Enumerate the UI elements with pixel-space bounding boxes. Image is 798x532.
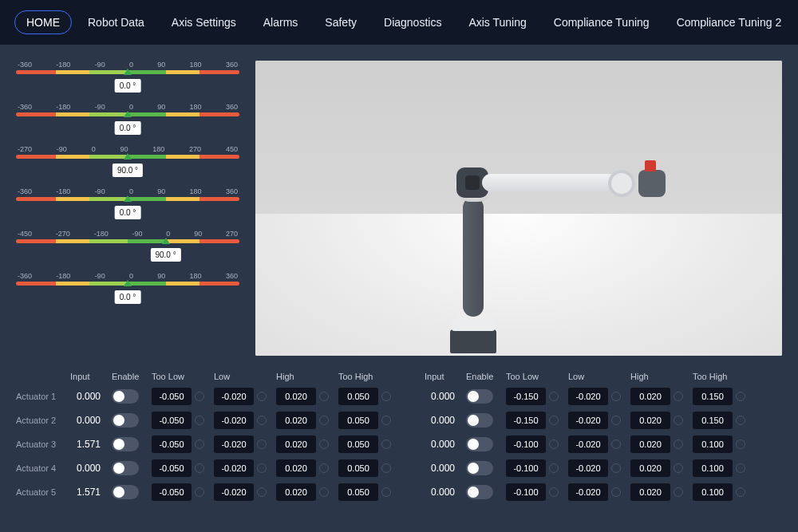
actuator-row-4-left: Actuator 40.000-0.050-0.0200.0200.050	[16, 459, 393, 477]
actuator-row-3-right: 0.000-0.100-0.0200.0200.100	[425, 435, 782, 453]
axis-slider-1-tick: 180	[190, 61, 202, 69]
nav-tab-home[interactable]: HOME	[14, 10, 72, 34]
actuator-1-b-low-input[interactable]: -0.020	[568, 388, 608, 405]
actuator-5-b-low-input[interactable]: -0.020	[568, 483, 608, 501]
axis-slider-4-value[interactable]: 0.0 °	[115, 206, 141, 219]
actuator-3-b-toohigh-input[interactable]: 0.100	[693, 435, 733, 453]
actuator-1-a-high-input[interactable]: 0.020	[276, 388, 316, 405]
actuator-3-a-toolow-cell: -0.050	[152, 435, 206, 453]
table-header-enable: Enable	[466, 372, 498, 381]
actuator-5-b-toohigh-input[interactable]: 0.100	[693, 483, 733, 501]
actuator-5-a-high-input[interactable]: 0.020	[276, 483, 316, 501]
actuator-3-a-low-input[interactable]: -0.020	[214, 435, 254, 453]
axis-slider-4-handle[interactable]	[124, 195, 132, 202]
actuator-3-b-high-input[interactable]: 0.020	[630, 435, 670, 453]
actuator-4-a-toohigh-input[interactable]: 0.050	[338, 459, 378, 477]
actuator-4-enable-a[interactable]	[112, 461, 139, 475]
actuator-1-a-low-input[interactable]: -0.020	[214, 388, 254, 405]
nav-tab-alarms[interactable]: Alarms	[252, 11, 310, 33]
actuator-1-enable-a[interactable]	[112, 389, 139, 404]
axis-slider-6-value[interactable]: 0.0 °	[115, 290, 141, 304]
actuator-table-right: InputEnableToo LowLowHighToo High0.000-0…	[425, 372, 782, 507]
actuator-4-a-toolow-indicator	[195, 463, 204, 473]
actuator-3-b-low-input[interactable]: -0.020	[568, 435, 608, 453]
axis-slider-6-handle[interactable]	[124, 280, 132, 286]
actuator-5-b-high-input[interactable]: 0.020	[630, 483, 670, 501]
axis-slider-1-value[interactable]: 0.0 °	[115, 79, 141, 93]
axis-slider-1-handle[interactable]	[124, 69, 132, 75]
axis-slider-5-tick: -180	[94, 230, 109, 238]
actuator-4-a-toolow-input[interactable]: -0.050	[152, 459, 192, 477]
actuator-5-a-toohigh-input[interactable]: 0.050	[338, 483, 378, 501]
axis-slider-5-handle[interactable]	[162, 238, 170, 244]
actuator-1-a-toolow-input[interactable]: -0.050	[152, 388, 192, 405]
actuator-1-b-toolow-cell: -0.150	[506, 388, 560, 405]
actuator-2-b-high-input[interactable]: 0.020	[630, 412, 670, 429]
actuator-2-b-low-input[interactable]: -0.020	[568, 412, 608, 429]
actuator-2-a-low-input[interactable]: -0.020	[214, 412, 254, 429]
actuator-1-a-toolow-cell: -0.050	[152, 388, 206, 405]
actuator-1-b-high-cell: 0.020	[630, 388, 685, 405]
actuator-4-b-toohigh-input[interactable]: 0.100	[693, 459, 733, 477]
actuator-1-a-toohigh-input[interactable]: 0.050	[338, 388, 378, 405]
actuator-2-a-toolow-input[interactable]: -0.050	[152, 412, 192, 429]
actuator-2-a-low-indicator	[257, 416, 267, 425]
actuator-3-a-high-input[interactable]: 0.020	[276, 435, 316, 453]
actuator-3-enable-a[interactable]	[112, 437, 139, 451]
actuator-4-b-high-input[interactable]: 0.020	[630, 459, 670, 477]
axis-slider-2-track[interactable]	[16, 112, 239, 116]
actuator-5-enable-b[interactable]	[466, 485, 493, 499]
axis-slider-3-value[interactable]: 90.0 °	[113, 164, 143, 177]
axis-slider-2-tick: 0	[129, 103, 133, 111]
actuator-1-enable-b[interactable]	[466, 389, 493, 404]
actuator-3-b-toolow-input[interactable]: -0.100	[506, 435, 546, 453]
nav-tab-axis-settings[interactable]: Axis Settings	[160, 11, 247, 33]
actuator-2-enable-b[interactable]	[466, 413, 493, 428]
actuator-3-enable-b[interactable]	[466, 437, 493, 451]
nav-tab-compliance-tuning-2[interactable]: Compliance Tuning 2	[666, 11, 793, 33]
axis-slider-3-handle[interactable]	[124, 153, 132, 160]
actuator-5-a-low-input[interactable]: -0.020	[214, 483, 254, 501]
table-header-low: Low	[568, 372, 622, 381]
axis-slider-5-track[interactable]	[16, 239, 239, 243]
actuator-2-b-toohigh-input[interactable]: 0.150	[693, 412, 733, 429]
actuator-5-a-toolow-input[interactable]: -0.050	[152, 483, 192, 501]
actuator-3-a-toolow-input[interactable]: -0.050	[152, 435, 192, 453]
axis-slider-6-tick: 360	[226, 272, 238, 280]
nav-tab-diagnostics[interactable]: Diagnostics	[373, 11, 452, 33]
robot-3d-viewport[interactable]	[255, 61, 782, 356]
nav-tab-compliance-tuning[interactable]: Compliance Tuning	[543, 11, 661, 33]
actuator-5-enable-a[interactable]	[112, 485, 139, 499]
actuator-4-b-toolow-input[interactable]: -0.100	[506, 459, 546, 477]
actuator-4-enable-b[interactable]	[466, 461, 493, 475]
axis-slider-2-value[interactable]: 0.0 °	[115, 121, 141, 135]
actuator-1-b-toohigh-input[interactable]: 0.150	[693, 388, 733, 405]
actuator-2-a-high-input[interactable]: 0.020	[276, 412, 316, 429]
axis-slider-5-value[interactable]: 90.0 °	[150, 248, 180, 262]
actuator-2-a-toohigh-input[interactable]: 0.050	[338, 412, 378, 429]
nav-tab-axis-tuning[interactable]: Axis Tuning	[457, 11, 537, 33]
actuator-2-enable-a[interactable]	[112, 413, 139, 428]
actuator-1-b-toolow-input[interactable]: -0.150	[506, 388, 546, 405]
axis-slider-2-handle[interactable]	[124, 111, 132, 117]
actuator-5-b-toolow-input[interactable]: -0.100	[506, 483, 546, 501]
axis-slider-3-track[interactable]	[16, 155, 239, 159]
axis-slider-2: -360-180-900901803600.0 °	[16, 103, 239, 142]
actuator-4-a-high-indicator	[319, 463, 329, 473]
axis-slider-1-track[interactable]	[16, 70, 239, 74]
actuator-4-a-low-input[interactable]: -0.020	[214, 459, 254, 477]
nav-tab-robot-data[interactable]: Robot Data	[77, 11, 156, 33]
actuator-1-b-toohigh-indicator	[736, 392, 745, 401]
actuator-1-b-high-indicator	[674, 392, 683, 401]
actuator-2-b-toolow-cell: -0.150	[506, 412, 560, 429]
actuator-2-b-toolow-input[interactable]: -0.150	[506, 412, 546, 429]
axis-slider-6-tick: -360	[18, 272, 32, 280]
actuator-1-b-high-input[interactable]: 0.020	[630, 388, 670, 405]
nav-tab-safety[interactable]: Safety	[314, 11, 368, 33]
axis-slider-4-track[interactable]	[16, 197, 239, 201]
axis-slider-6-track[interactable]	[16, 282, 239, 286]
actuator-3-a-toohigh-input[interactable]: 0.050	[338, 435, 378, 453]
actuator-4-b-low-input[interactable]: -0.020	[568, 459, 608, 477]
axis-slider-4-tick: -90	[95, 187, 105, 195]
actuator-4-a-high-input[interactable]: 0.020	[276, 459, 316, 477]
